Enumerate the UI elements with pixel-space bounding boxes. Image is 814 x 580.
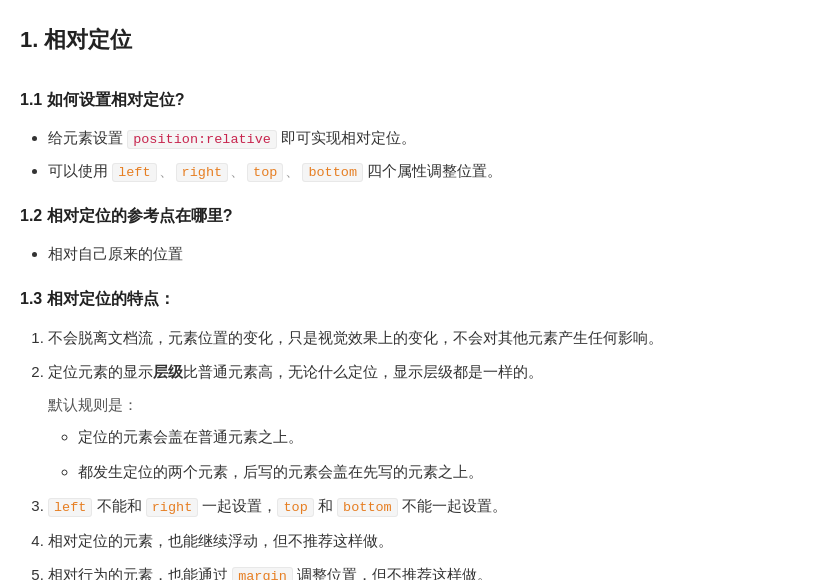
text-part: 不能和 — [92, 497, 145, 514]
text-prefix: 给元素设置 — [48, 129, 127, 146]
sub-list-item: 都发生定位的两个元素，后写的元素会盖在先写的元素之上。 — [78, 458, 784, 487]
feature-2-text: 定位元素的显示层级比普通元素高，无论什么定位，显示层级都是一样的。 — [48, 363, 543, 380]
list-item: 相对定位的元素，也能继续浮动，但不推荐这样做。 — [48, 527, 784, 556]
code-bottom: bottom — [302, 163, 363, 182]
text-prefix: 可以使用 — [48, 162, 112, 179]
bold-layer: 层级 — [153, 363, 183, 380]
separator: 、 — [285, 162, 300, 179]
code-right: right — [176, 163, 229, 182]
code-position-relative: position:relative — [127, 130, 277, 149]
feature-1-text: 不会脱离文档流，元素位置的变化，只是视觉效果上的变化，不会对其他元素产生任何影响… — [48, 329, 663, 346]
list-item: 定位元素的显示层级比普通元素高，无论什么定位，显示层级都是一样的。 默认规则是：… — [48, 358, 784, 486]
text-part: 不能一起设置。 — [398, 497, 507, 514]
feature-4-text: 相对定位的元素，也能继续浮动，但不推荐这样做。 — [48, 532, 393, 549]
text-suffix: 即可实现相对定位。 — [277, 129, 416, 146]
main-title: 1. 相对定位 — [20, 20, 784, 68]
sub-item-2-text: 都发生定位的两个元素，后写的元素会盖在先写的元素之上。 — [78, 463, 483, 480]
section-1-1-title: 1.1 如何设置相对定位? — [20, 86, 784, 115]
list-item: 给元素设置 position:relative 即可实现相对定位。 — [48, 124, 784, 153]
list-item: 相对行为的元素，也能通过 margin 调整位置，但不推荐这样做。 — [48, 561, 784, 580]
code-top: top — [247, 163, 283, 182]
text-part: 一起设置， — [198, 497, 277, 514]
reference-point-text: 相对自己原来的位置 — [48, 245, 183, 262]
section-1-2-title: 1.2 相对定位的参考点在哪里? — [20, 202, 784, 231]
code-left: left — [112, 163, 156, 182]
code-right-2: right — [146, 498, 199, 517]
list-item: 不会脱离文档流，元素位置的变化，只是视觉效果上的变化，不会对其他元素产生任何影响… — [48, 324, 784, 353]
sub-list: 定位的元素会盖在普通元素之上。 都发生定位的两个元素，后写的元素会盖在先写的元素… — [48, 423, 784, 486]
text-part: 和 — [314, 497, 337, 514]
section-1-1-list: 给元素设置 position:relative 即可实现相对定位。 可以使用 l… — [20, 124, 784, 185]
section-1-3-title: 1.3 相对定位的特点： — [20, 285, 784, 314]
section-1-3-list: 不会脱离文档流，元素位置的变化，只是视觉效果上的变化，不会对其他元素产生任何影响… — [20, 324, 784, 580]
code-bottom-2: bottom — [337, 498, 398, 517]
code-top-2: top — [277, 498, 313, 517]
text-suffix: 四个属性调整位置。 — [363, 162, 502, 179]
sub-list-item: 定位的元素会盖在普通元素之上。 — [78, 423, 784, 452]
list-item: 可以使用 left、right、top、bottom 四个属性调整位置。 — [48, 157, 784, 186]
section-1-2-list: 相对自己原来的位置 — [20, 240, 784, 269]
separator: 、 — [159, 162, 174, 179]
default-rule-label: 默认规则是： — [48, 391, 784, 420]
code-margin: margin — [232, 567, 293, 580]
feature-5-text-post: 调整位置，但不推荐这样做。 — [293, 566, 492, 580]
list-item: 相对自己原来的位置 — [48, 240, 784, 269]
sub-item-1-text: 定位的元素会盖在普通元素之上。 — [78, 428, 303, 445]
feature-5-text-pre: 相对行为的元素，也能通过 — [48, 566, 232, 580]
list-item: left 不能和 right 一起设置，top 和 bottom 不能一起设置。 — [48, 492, 784, 521]
separator: 、 — [230, 162, 245, 179]
code-left-2: left — [48, 498, 92, 517]
